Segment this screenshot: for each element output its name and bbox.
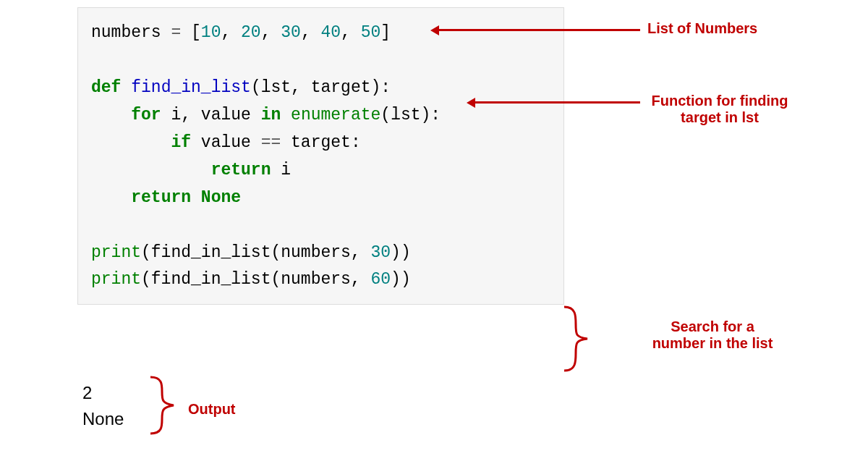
- code-token: [91, 133, 171, 152]
- output-line: None: [82, 406, 124, 432]
- code-token: ,: [301, 23, 321, 42]
- output-line: 2: [82, 380, 124, 406]
- code-token: numbers: [91, 23, 171, 42]
- code-token: [: [181, 23, 201, 42]
- code-token: )): [391, 270, 411, 289]
- code-token: def: [91, 78, 121, 97]
- code-token: if: [171, 133, 191, 152]
- annotation-output: Output: [188, 401, 236, 418]
- code-token: i, value: [161, 106, 261, 124]
- code-token: [191, 188, 201, 207]
- code-token: (find_in_list(numbers,: [141, 270, 370, 289]
- code-token: print: [91, 270, 141, 289]
- annotation-list-of-numbers: List of Numbers: [647, 20, 757, 37]
- code-token: (lst):: [380, 106, 441, 124]
- code-token: enumerate: [291, 106, 380, 124]
- output-block: 2 None: [82, 380, 124, 432]
- code-token: ,: [341, 23, 361, 42]
- curly-brace-icon: [145, 373, 188, 441]
- code-token: return: [131, 188, 191, 207]
- code-token: None: [201, 188, 241, 207]
- annotation-search: Search for a number in the list: [644, 318, 781, 352]
- code-token: [281, 106, 291, 124]
- code-token: ,: [221, 23, 241, 42]
- code-token: [121, 78, 131, 97]
- code-token: [91, 161, 211, 180]
- code-token: 30: [370, 243, 391, 262]
- code-token: for: [131, 106, 161, 124]
- code-token: 30: [281, 23, 301, 42]
- code-token: 20: [241, 23, 261, 42]
- code-block: numbers = [10, 20, 30, 40, 50] def find_…: [77, 7, 564, 305]
- code-token: print: [91, 243, 141, 262]
- code-token: i: [271, 161, 291, 180]
- code-token: 60: [370, 270, 391, 289]
- code-token: ,: [261, 23, 281, 42]
- code-token: =: [171, 23, 181, 42]
- code-token: [91, 188, 131, 207]
- code-token: 50: [361, 23, 381, 42]
- code-token: 40: [321, 23, 341, 42]
- arrow-icon: [438, 29, 640, 31]
- code-token: find_in_list: [131, 78, 251, 97]
- curly-brace-icon: [558, 303, 602, 378]
- code-token: target:: [281, 133, 360, 152]
- code-token: )): [391, 243, 411, 262]
- code-token: ]: [380, 23, 391, 42]
- code-token: (find_in_list(numbers,: [141, 243, 370, 262]
- code-token: ==: [261, 133, 281, 152]
- arrow-icon: [474, 101, 640, 104]
- code-token: in: [261, 106, 281, 124]
- code-token: [91, 106, 131, 124]
- code-token: (lst, target):: [251, 78, 391, 97]
- code-token: return: [211, 161, 271, 180]
- code-token: 10: [201, 23, 221, 42]
- code-token: value: [191, 133, 261, 152]
- annotation-function: Function for finding target in lst: [647, 93, 792, 126]
